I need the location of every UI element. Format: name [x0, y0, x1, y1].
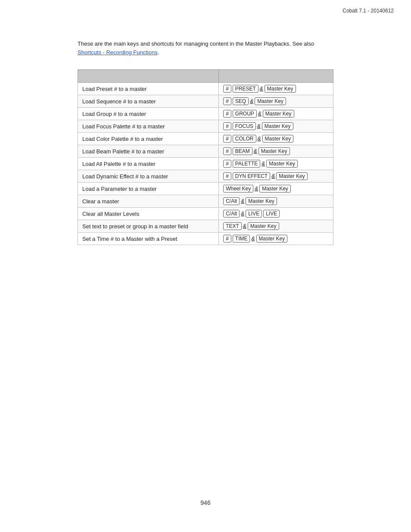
table-row: Load Preset # to a master#PRESET&Master … — [78, 83, 333, 95]
table-row: Set text to preset or group in a master … — [78, 220, 333, 233]
row-description: Load Focus Palette # to a master — [78, 120, 219, 133]
key-sequence: #COLOR&Master Key — [223, 135, 293, 143]
key-sequence: C/Alt&Master Key — [223, 197, 277, 205]
shortcuts-table: Load Preset # to a master#PRESET&Master … — [78, 69, 333, 245]
row-description: Clear a master — [78, 195, 219, 208]
key-button: # — [223, 97, 231, 105]
key-button: C/Alt — [223, 197, 240, 205]
key-sequence: #PRESET&Master Key — [223, 85, 296, 93]
row-keys: #SEQ&Master Key — [219, 95, 333, 108]
row-keys: #PALETTE&Master Key — [219, 158, 333, 170]
table-row: Load Beam Palette # to a master#BEAM&Mas… — [78, 145, 333, 158]
key-ampersand: & — [251, 236, 255, 242]
row-description: Load All Palette # to a master — [78, 158, 219, 170]
key-button: C/Alt — [223, 210, 240, 218]
key-button: Master Key — [255, 97, 286, 105]
key-button: Master Key — [265, 85, 296, 93]
key-button: # — [223, 135, 231, 143]
key-button: # — [223, 110, 231, 118]
key-button: SEQ — [233, 97, 249, 105]
row-description: Load Beam Palette # to a master — [78, 145, 219, 158]
key-button: Wheel Key — [223, 185, 253, 193]
key-sequence: #FOCUS&Master Key — [223, 122, 293, 130]
row-description: Load a Parameter to a master — [78, 183, 219, 195]
row-keys: Wheel Key&Master Key — [219, 183, 333, 195]
key-sequence: #TIME&Master Key — [223, 235, 287, 243]
key-sequence: Wheel Key&Master Key — [223, 185, 291, 193]
table-row: Load All Palette # to a master#PALETTE&M… — [78, 158, 333, 170]
key-button: Master Key — [262, 135, 294, 143]
key-ampersand: & — [255, 186, 258, 192]
key-button: Master Key — [258, 147, 290, 155]
table-row: Load Focus Palette # to a master#FOCUS&M… — [78, 120, 333, 133]
intro-main-text: These are the main keys and shortcuts fo… — [78, 40, 314, 47]
key-button: COLOR — [233, 135, 256, 143]
row-keys: #GROUP&Master Key — [219, 108, 333, 120]
key-button: Master Key — [259, 185, 291, 193]
key-button: PALETTE — [233, 160, 260, 168]
row-keys: #BEAM&Master Key — [219, 145, 333, 158]
key-button: TIME — [233, 235, 250, 243]
key-button: TEXT — [223, 222, 242, 230]
key-ampersand: & — [262, 161, 265, 167]
key-button: Master Key — [246, 197, 277, 205]
table-row: Load Dynamic Effect # to a master#DYN EF… — [78, 170, 333, 183]
key-button: # — [223, 160, 231, 168]
key-button: Master Key — [248, 222, 279, 230]
table-row: Load a Parameter to a masterWheel Key&Ma… — [78, 183, 333, 195]
key-sequence: #GROUP&Master Key — [223, 110, 294, 118]
key-button: PRESET — [233, 85, 258, 93]
key-ampersand: & — [241, 211, 244, 217]
key-button: LIVE — [263, 210, 280, 218]
header-title: Cobalt 7.1 - 20140612 — [342, 8, 394, 14]
row-keys: C/Alt&Master Key — [219, 195, 333, 208]
row-description: Load Preset # to a master — [78, 83, 219, 95]
row-keys: C/Alt&LIVELIVE — [219, 208, 333, 220]
key-button: GROUP — [233, 110, 257, 118]
row-description: Load Sequence # to a master — [78, 95, 219, 108]
row-description: Load Dynamic Effect # to a master — [78, 170, 219, 183]
table-row: Load Group # to a master#GROUP&Master Ke… — [78, 108, 333, 120]
page-number: 946 — [0, 499, 411, 506]
key-button: # — [223, 147, 231, 155]
key-button: Master Key — [266, 160, 298, 168]
key-sequence: #BEAM&Master Key — [223, 147, 290, 155]
key-button: # — [223, 122, 231, 130]
key-ampersand: & — [243, 223, 246, 229]
key-ampersand: & — [258, 136, 261, 142]
recording-functions-link[interactable]: Shortcuts - Recording Functions — [78, 49, 158, 56]
key-button: Master Key — [262, 122, 293, 130]
col2-header — [219, 70, 333, 83]
key-sequence: #PALETTE&Master Key — [223, 160, 298, 168]
key-button: # — [223, 85, 231, 93]
key-button: # — [223, 235, 231, 243]
key-ampersand: & — [257, 123, 261, 129]
row-keys: #DYN EFFECT&Master Key — [219, 170, 333, 183]
intro-text: These are the main keys and shortcuts fo… — [78, 40, 333, 56]
table-row: Clear all Master LevelsC/Alt&LIVELIVE — [78, 208, 333, 220]
page-header: Cobalt 7.1 - 20140612 — [0, 0, 411, 14]
row-keys: TEXT&Master Key — [219, 220, 333, 233]
key-ampersand: & — [241, 198, 244, 204]
key-button: BEAM — [233, 147, 252, 155]
key-sequence: #DYN EFFECT&Master Key — [223, 172, 308, 180]
table-row: Clear a masterC/Alt&Master Key — [78, 195, 333, 208]
key-button: DYN EFFECT — [233, 172, 270, 180]
key-button: Master Key — [256, 235, 288, 243]
key-button: Master Key — [276, 172, 308, 180]
table-row: Set a Time # to a Master with a Preset#T… — [78, 233, 333, 245]
row-description: Load Group # to a master — [78, 108, 219, 120]
table-header-row — [78, 70, 333, 83]
row-keys: #COLOR&Master Key — [219, 133, 333, 145]
table-row: Load Sequence # to a master#SEQ&Master K… — [78, 95, 333, 108]
key-ampersand: & — [254, 148, 257, 154]
key-button: Master Key — [263, 110, 294, 118]
key-button: # — [223, 172, 231, 180]
key-ampersand: & — [258, 111, 262, 117]
row-keys: #PRESET&Master Key — [219, 83, 333, 95]
table-row: Load Color Palette # to a master#COLOR&M… — [78, 133, 333, 145]
row-description: Clear all Master Levels — [78, 208, 219, 220]
key-ampersand: & — [271, 173, 275, 179]
key-sequence: TEXT&Master Key — [223, 222, 279, 230]
main-content: These are the main keys and shortcuts fo… — [78, 40, 333, 245]
